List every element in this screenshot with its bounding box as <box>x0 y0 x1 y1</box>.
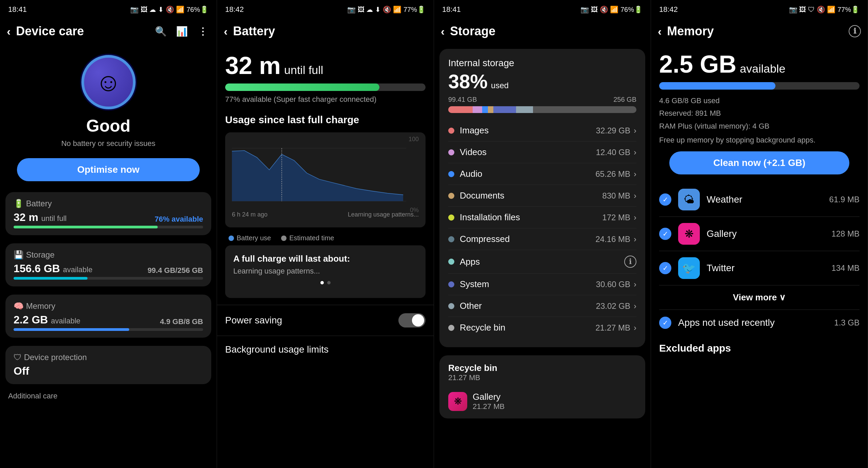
charge-fill <box>225 83 379 91</box>
status-icon: ☺ <box>81 55 136 109</box>
full-charge-sub: Learning usage patterns... <box>233 267 417 276</box>
app-name-weather: Weather <box>707 194 823 205</box>
power-saving-label: Power saving <box>225 315 398 326</box>
storage-item-other[interactable]: Other 23.02 GB › <box>448 295 636 317</box>
excluded-apps-label[interactable]: Excluded apps <box>659 336 860 357</box>
seg-docs <box>488 106 494 113</box>
time-4: 18:42 <box>659 5 678 14</box>
check-twitter[interactable]: ✓ <box>659 262 671 274</box>
storage-size-audio: 65.26 MB <box>595 169 630 179</box>
device-protection-card[interactable]: 🛡 Device protection Off <box>5 346 211 384</box>
device-protection-value: Off <box>14 365 203 377</box>
storage-name-system: System <box>460 279 596 289</box>
nav-bar-3: ‹ Storage <box>434 18 651 45</box>
page-title-3: Storage <box>450 24 644 38</box>
memory-right: 4.9 GB/8 GB <box>160 317 203 326</box>
storage-size-other: 23.02 GB <box>596 301 630 311</box>
storage-pct-row: 38% used <box>448 70 636 96</box>
chevron-compressed: › <box>634 235 636 244</box>
charge-bar <box>225 83 426 91</box>
memory-stats: 4.6 GB/8 GB used Reserved: 891 MB RAM Pl… <box>659 94 860 132</box>
more-icon-1[interactable]: ⋮ <box>196 24 210 38</box>
storage-size-install: 172 MB <box>602 213 630 222</box>
storage-item-recycle[interactable]: Recycle bin 21.27 MB › <box>448 317 636 338</box>
app-size-twitter: 134 MB <box>831 263 860 273</box>
memory-fill <box>14 328 129 331</box>
charge-time-row: 32 m until full <box>225 52 426 83</box>
nav-bar-1: ‹ Device care 🔍 📊 ⋮ <box>0 18 217 45</box>
storage-item-compressed[interactable]: Compressed 24.16 MB › <box>448 228 636 250</box>
back-button-3[interactable]: ‹ <box>441 25 445 38</box>
optimise-button[interactable]: Optimise now <box>17 158 200 181</box>
recycle-app-name: Gallery 21.27 MB <box>473 392 505 411</box>
screen-storage: 18:41 📷 🖼 🔇 📶 76%🔋 ‹ Storage Internal st… <box>434 0 651 468</box>
memory-bar <box>14 328 203 331</box>
recycle-title: Recycle bin <box>448 363 636 373</box>
storage-item-videos[interactable]: Videos 12.40 GB › <box>448 142 636 163</box>
chart-legend: Battery use Estimated time <box>225 234 426 242</box>
app-row-weather[interactable]: ✓ 🌤 Weather 61.9 MB <box>659 183 860 217</box>
storage-value: 156.6 GB available <box>14 262 93 275</box>
check-weather[interactable]: ✓ <box>659 193 671 206</box>
battery-bar <box>14 226 203 228</box>
battery-fill <box>14 226 158 228</box>
storage-name-videos: Videos <box>460 147 596 157</box>
status-bar-1: 18:41 📷 🖼 ☁ ⬇ 🔇 📶 76%🔋 <box>0 0 217 18</box>
clean-now-button[interactable]: Clean now (+2.1 GB) <box>669 151 850 174</box>
charge-until: until full <box>284 63 323 77</box>
info-icon-memory[interactable]: ℹ <box>849 25 861 37</box>
storage-card[interactable]: 💾 Storage 156.6 GB available 99.4 GB/256… <box>5 243 211 286</box>
battery-right: 76% available <box>155 215 203 224</box>
bg-limit-row[interactable]: Background usage limits <box>217 336 434 363</box>
storage-name-images: Images <box>460 125 596 136</box>
legend-dot-grey <box>281 236 287 241</box>
storage-pct: 38% <box>448 70 488 93</box>
power-saving-row: Power saving <box>217 305 434 336</box>
notification-icons-4: 📷 🖼 🛡 <box>789 5 815 14</box>
view-more-button[interactable]: View more ∨ <box>659 285 860 310</box>
chart-icon-1[interactable]: 📊 <box>175 24 189 38</box>
storage-used: used <box>491 81 509 90</box>
storage-range: 99.41 GB 256 GB <box>448 96 636 104</box>
recycle-app-size-text: 21.27 MB <box>473 402 505 411</box>
storage-item-docs[interactable]: Documents 830 MB › <box>448 185 636 207</box>
check-gallery[interactable]: ✓ <box>659 228 671 240</box>
time-2: 18:42 <box>225 5 244 14</box>
recycle-item-gallery[interactable]: ❋ Gallery 21.27 MB <box>448 388 636 411</box>
screen-battery: 18:42 📷 🖼 ☁ ⬇ 🔇 📶 77%🔋 ‹ Battery 32 m un… <box>217 0 434 468</box>
back-button-1[interactable]: ‹ <box>7 25 11 38</box>
chevron-other: › <box>634 301 636 311</box>
back-button-2[interactable]: ‹ <box>224 25 228 38</box>
nav-icons-4: ℹ <box>849 25 861 37</box>
icon-weather: 🌤 <box>678 189 700 210</box>
signal-battery-2: 🔇 📶 77%🔋 <box>383 5 426 14</box>
app-row-gallery[interactable]: ✓ ❋ Gallery 128 MB <box>659 217 860 251</box>
page-title-1: Device care <box>16 24 148 38</box>
storage-item-images[interactable]: Images 32.29 GB › <box>448 120 636 142</box>
status-icons-3: 📷 🖼 🔇 📶 76%🔋 <box>580 5 643 14</box>
recycle-app-name-text: Gallery <box>473 392 505 402</box>
apps-not-used-row[interactable]: ✓ Apps not used recently 1.3 GB <box>659 310 860 336</box>
memory-card[interactable]: 🧠 Memory 2.2 GB available 4.9 GB/8 GB <box>5 295 211 338</box>
search-icon-1[interactable]: 🔍 <box>154 24 168 38</box>
status-subtitle: No battery or security issues <box>61 139 156 148</box>
storage-item-audio[interactable]: Audio 65.26 MB › <box>448 163 636 185</box>
memory-fill <box>659 82 775 90</box>
apps-not-used-label: Apps not used recently <box>678 317 827 328</box>
back-button-4[interactable]: ‹ <box>658 25 662 38</box>
app-row-twitter[interactable]: ✓ 🐦 Twitter 134 MB <box>659 251 860 285</box>
chevron-docs: › <box>634 191 636 201</box>
check-not-used[interactable]: ✓ <box>659 317 671 329</box>
storage-item-system[interactable]: System 30.60 GB › <box>448 274 636 295</box>
storage-item-apps[interactable]: Apps ℹ <box>448 250 636 274</box>
chevron-videos: › <box>634 148 636 157</box>
charge-time: 32 m <box>225 52 281 79</box>
storage-name-audio: Audio <box>460 169 595 179</box>
apps-info-icon[interactable]: ℹ <box>624 256 636 268</box>
power-saving-toggle[interactable] <box>398 313 426 327</box>
dot-2 <box>327 281 331 284</box>
app-name-twitter: Twitter <box>707 263 825 274</box>
storage-item-install[interactable]: Installation files 172 MB › <box>448 207 636 228</box>
app-size-gallery: 128 MB <box>831 229 860 239</box>
battery-card[interactable]: 🔋 Battery 32 m until full 76% available <box>5 192 211 235</box>
